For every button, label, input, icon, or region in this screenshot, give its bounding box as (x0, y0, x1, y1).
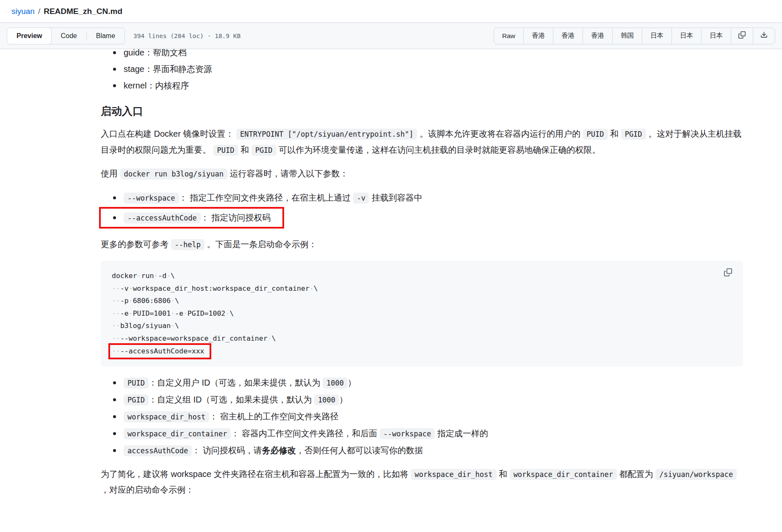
file-actions-group: Raw香港香港香港韩国日本日本日本 (494, 28, 775, 44)
inline-code: PUID (124, 378, 149, 389)
tab-preview[interactable]: Preview (7, 28, 52, 44)
env-vars-list: PUID：自定义用户 ID（可选，如果未提供，默认为 1000）PGID：自定义… (101, 375, 743, 458)
inline-code: PUID (583, 129, 608, 140)
section-heading: 启动入口 (101, 104, 743, 118)
list-item: workspace_dir_container： 容器内工作空间文件夹路径，和后… (101, 426, 743, 441)
translation-button-1[interactable]: 香港 (523, 28, 553, 44)
inline-code: /siyuan/workspace (655, 469, 737, 480)
code-line: ··-v·workspace_dir_host:workspace_dir_co… (112, 282, 732, 295)
code-line: docker·run·-d·\ (112, 270, 732, 282)
annotation-red-box: ··--accessAuthCode=xxx (108, 343, 211, 359)
view-switcher: Preview Code Blame (7, 28, 125, 44)
inline-code: --help (171, 239, 204, 250)
list-item: accessAuthCode： 访问授权码，请务必修改，否则任何人都可以读写你的… (101, 443, 743, 458)
download-file-button[interactable] (753, 28, 775, 44)
file-meta: 394 lines (284 loc) · 18.9 KB (133, 33, 240, 39)
code-block: docker·run·-d·\··-v·workspace_dir_host:w… (101, 261, 743, 367)
list-item: PUID：自定义用户 ID（可选，如果未提供，默认为 1000） (101, 375, 743, 391)
tab-blame[interactable]: Blame (87, 28, 124, 44)
paragraph-more-params: 更多的参数可参考 --help 。下面是一条启动命令示例： (101, 237, 743, 253)
breadcrumb-repo-link[interactable]: siyuan (11, 7, 35, 16)
file-header: siyuan / README_zh_CN.md Preview Code Bl… (0, 0, 782, 49)
bold-text: 务必修改 (262, 446, 296, 455)
list-item: --accessAuthCode： 指定访问授权码 (99, 207, 284, 229)
markdown-body: guide：帮助文档stage：界面和静态资源kernel：内核程序 启动入口 … (0, 45, 782, 498)
list-item: PGID：自定义组 ID（可选，如果未提供，默认为 1000） (101, 392, 743, 408)
code-line: ··-p·6806:6806·\ (112, 295, 732, 307)
copy-code-button[interactable] (722, 267, 734, 279)
translation-button-5[interactable]: 日本 (642, 28, 671, 44)
code-line: ··b3log/siyuan·\ (112, 320, 732, 332)
code-line: ··--accessAuthCode=xxx (112, 345, 732, 358)
inline-code: docker run b3log/siyuan (120, 168, 227, 179)
download-icon (760, 31, 768, 40)
translation-button-3[interactable]: 香港 (583, 28, 612, 44)
inline-code: --accessAuthCode (124, 212, 201, 223)
inline-code: PUID (213, 145, 238, 156)
paragraph-docker-run: 使用 docker run b3log/siyuan 运行容器时，请带入以下参数… (101, 166, 743, 182)
code-lines: docker·run·-d·\··-v·workspace_dir_host:w… (112, 270, 732, 358)
list-item: kernel：内核程序 (101, 78, 743, 93)
copy-file-button[interactable] (731, 28, 753, 44)
translation-button-6[interactable]: 日本 (671, 28, 701, 44)
args-list: --workspace： 指定工作空间文件夹路径，在宿主机上通过 -v 挂载到容… (101, 190, 743, 229)
inline-code: PGID (621, 129, 646, 140)
inline-code: -v (353, 193, 369, 204)
paragraph-entrypoint: 入口点在构建 Docker 镜像时设置： ENTRYPOINT ["/opt/s… (101, 126, 743, 158)
inline-code: ENTRYPOINT ["/opt/siyuan/entrypoint.sh"] (236, 129, 417, 140)
file-toolbar: Preview Code Blame 394 lines (284 loc) ·… (0, 22, 782, 49)
inline-code: workspace_dir_host (124, 411, 209, 422)
translation-button-7[interactable]: 日本 (701, 28, 731, 44)
translation-button-4[interactable]: 韩国 (612, 28, 642, 44)
breadcrumb-separator: / (38, 7, 40, 16)
breadcrumb-file-name: README_zh_CN.md (44, 7, 122, 16)
inline-code: accessAuthCode (124, 445, 192, 456)
code-line: ··-e·PUID=1001·-e·PGID=1002·\ (112, 307, 732, 320)
inline-code: workspace_dir_container (124, 428, 231, 439)
code-line: ··--workspace=workspace_dir_container·\ (112, 332, 732, 345)
inline-code: --workspace (380, 428, 435, 439)
copy-icon (724, 271, 732, 278)
inline-code: 1000 (314, 394, 339, 405)
inline-code: PGID (251, 145, 276, 156)
breadcrumb: siyuan / README_zh_CN.md (0, 0, 782, 22)
file-structure-list: guide：帮助文档stage：界面和静态资源kernel：内核程序 (101, 45, 743, 93)
paragraph-simplify: 为了简化，建议将 workspace 文件夹路径在宿主机和容器上配置为一致的，比… (101, 466, 743, 498)
copy-icon (738, 31, 746, 40)
list-item: --workspace： 指定工作空间文件夹路径，在宿主机上通过 -v 挂载到容… (101, 190, 743, 206)
tab-code[interactable]: Code (51, 28, 86, 44)
inline-code: --workspace (124, 193, 179, 204)
inline-code: workspace_dir_host (411, 469, 496, 480)
translation-button-2[interactable]: 香港 (553, 28, 583, 44)
inline-code: PGID (124, 394, 149, 405)
raw-button[interactable]: Raw (494, 28, 523, 44)
inline-code: workspace_dir_container (510, 469, 617, 480)
list-item: workspace_dir_host： 宿主机上的工作空间文件夹路径 (101, 409, 743, 424)
list-item: stage：界面和静态资源 (101, 61, 743, 77)
inline-code: 1000 (323, 378, 348, 389)
